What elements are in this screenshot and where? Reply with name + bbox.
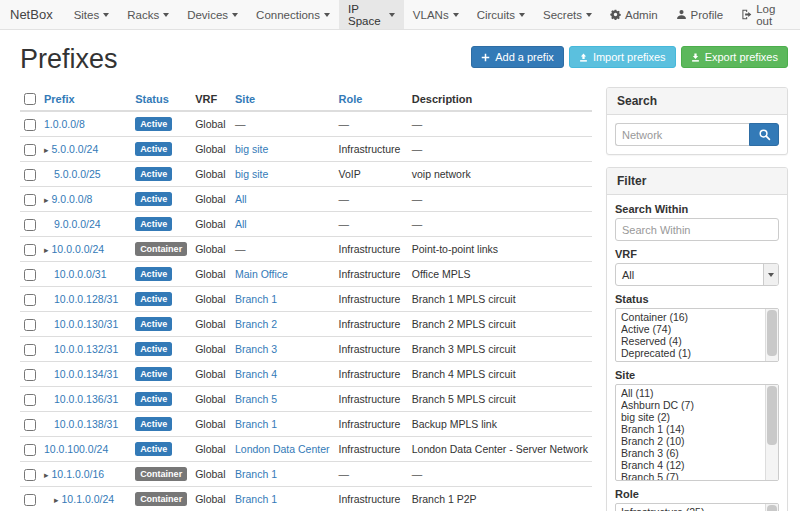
row-checkbox[interactable] (24, 244, 36, 256)
admin-link[interactable]: Admin (601, 0, 667, 29)
row-checkbox[interactable] (24, 144, 36, 156)
scrollbar-thumb[interactable] (767, 505, 777, 511)
nav-item-secrets[interactable]: Secrets (534, 0, 601, 29)
site-link[interactable]: Branch 1 (235, 493, 277, 505)
prefix-link[interactable]: 1.0.0.0/8 (44, 118, 85, 130)
prefix-link[interactable]: 9.0.0.0/8 (52, 193, 93, 205)
site-link[interactable]: Branch 1 (235, 468, 277, 480)
prefix-link[interactable]: 10.0.0.138/31 (54, 418, 118, 430)
scrollbar[interactable] (765, 385, 778, 480)
row-checkbox[interactable] (24, 494, 36, 506)
search-button[interactable] (749, 123, 779, 146)
scrollbar[interactable] (765, 504, 778, 511)
site-link[interactable]: Branch 2 (235, 318, 277, 330)
row-checkbox[interactable] (24, 394, 36, 406)
scrollbar[interactable] (765, 309, 778, 361)
prefix-link[interactable]: 10.1.0.0/24 (62, 493, 115, 505)
row-checkbox[interactable] (24, 119, 36, 131)
select-dropdown-control[interactable] (763, 264, 778, 285)
prefix-link[interactable]: 10.1.0.0/16 (52, 468, 105, 480)
nav-item-racks[interactable]: Racks (118, 0, 178, 29)
row-checkbox[interactable] (24, 444, 36, 456)
filter-option[interactable]: Active (74) (621, 323, 762, 335)
site-link[interactable]: Branch 4 (235, 368, 277, 380)
filter-option[interactable]: Container (16) (621, 311, 762, 323)
site-link[interactable]: big site (235, 143, 268, 155)
prefix-row: 10.0.0.134/31ActiveGlobalBranch 4Infrast… (20, 362, 592, 387)
col-header-prefix[interactable]: Prefix (40, 87, 131, 111)
filter-option[interactable]: Branch 4 (12) (621, 459, 762, 471)
prefix-link[interactable]: 10.0.100.0/24 (44, 443, 108, 455)
prefix-link[interactable]: 9.0.0.0/24 (54, 218, 101, 230)
prefix-link[interactable]: 10.0.0.0/24 (52, 243, 105, 255)
row-checkbox[interactable] (24, 269, 36, 281)
nav-item-circuits[interactable]: Circuits (468, 0, 534, 29)
scrollbar-thumb[interactable] (767, 310, 777, 356)
row-checkbox[interactable] (24, 319, 36, 331)
nav-item-vlans[interactable]: VLANs (404, 0, 468, 29)
site-filter-list[interactable]: All (11)Ashburn DC (7)big site (2)Branch… (615, 384, 779, 481)
prefix-link[interactable]: 10.0.0.134/31 (54, 368, 118, 380)
row-checkbox[interactable] (24, 219, 36, 231)
row-checkbox[interactable] (24, 469, 36, 481)
filter-option[interactable]: Ashburn DC (7) (621, 399, 762, 411)
import-prefixes-button[interactable]: Import prefixes (569, 46, 676, 68)
site-link[interactable]: All (235, 218, 247, 230)
filter-option[interactable]: All (11) (621, 387, 762, 399)
site-link[interactable]: big site (235, 168, 268, 180)
filter-option[interactable]: Reserved (4) (621, 335, 762, 347)
prefix-link[interactable]: 10.0.0.130/31 (54, 318, 118, 330)
select-all-checkbox[interactable] (24, 93, 36, 105)
nav-item-ip-space[interactable]: IP Space (339, 0, 404, 29)
site-link[interactable]: Branch 5 (235, 393, 277, 405)
status-badge: Container (135, 467, 187, 481)
role-filter-list[interactable]: Infrastructure (25)Management (8)Private… (615, 503, 779, 511)
filter-option[interactable]: Branch 1 (14) (621, 423, 762, 435)
prefix-link[interactable]: 10.0.0.128/31 (54, 293, 118, 305)
prefix-link[interactable]: 5.0.0.0/24 (52, 143, 99, 155)
site-link[interactable]: Branch 3 (235, 343, 277, 355)
site-link[interactable]: Branch 1 (235, 418, 277, 430)
prefix-link[interactable]: 10.0.0.136/31 (54, 393, 118, 405)
nav-item-sites[interactable]: Sites (65, 0, 119, 29)
scrollbar-thumb[interactable] (767, 386, 777, 445)
site-link[interactable]: Branch 1 (235, 293, 277, 305)
brand-netbox[interactable]: NetBox (0, 0, 65, 29)
col-header-role[interactable]: Role (335, 87, 408, 111)
logout-link[interactable]: Log out (732, 0, 800, 29)
prefix-link[interactable]: 10.0.0.0/31 (54, 268, 107, 280)
filter-option[interactable]: Branch 3 (6) (621, 447, 762, 459)
status-filter-list[interactable]: Container (16)Active (74)Reserved (4)Dep… (615, 308, 779, 362)
site-link[interactable]: Main Office (235, 268, 288, 280)
prefix-link[interactable]: 10.0.0.132/31 (54, 343, 118, 355)
filter-option[interactable]: Deprecated (1) (621, 347, 762, 359)
prefix-row: 10.0.0.130/31ActiveGlobalBranch 2Infrast… (20, 312, 592, 337)
row-checkbox[interactable] (24, 294, 36, 306)
site-link[interactable]: London Data Center (235, 443, 330, 455)
row-checkbox[interactable] (24, 194, 36, 206)
nav-item-connections[interactable]: Connections (247, 0, 339, 29)
add-prefix-button[interactable]: Add a prefix (471, 46, 564, 68)
description-empty: — (412, 218, 423, 230)
col-header-site[interactable]: Site (231, 87, 335, 111)
filter-option[interactable]: Branch 5 (7) (621, 471, 762, 481)
export-prefixes-button[interactable]: Export prefixes (681, 46, 788, 68)
row-checkbox[interactable] (24, 169, 36, 181)
col-header-status[interactable]: Status (131, 87, 191, 111)
row-checkbox[interactable] (24, 419, 36, 431)
search-input[interactable] (615, 123, 749, 146)
profile-link[interactable]: Profile (667, 0, 733, 29)
prefix-link[interactable]: 5.0.0.0/25 (54, 168, 101, 180)
row-checkbox[interactable] (24, 344, 36, 356)
site-link[interactable]: All (235, 193, 247, 205)
search-within-input[interactable] (615, 218, 779, 241)
role-empty: — (339, 468, 350, 480)
filter-option[interactable]: Branch 2 (10) (621, 435, 762, 447)
filter-option[interactable]: Infrastructure (25) (621, 506, 762, 511)
description-cell: Branch 5 MPLS circuit (408, 387, 592, 412)
filter-option[interactable]: big site (2) (621, 411, 762, 423)
vrf-select[interactable]: All (615, 263, 779, 286)
row-checkbox[interactable] (24, 369, 36, 381)
nav-item-devices[interactable]: Devices (178, 0, 247, 29)
col-header-vrf[interactable]: VRF (191, 87, 231, 111)
